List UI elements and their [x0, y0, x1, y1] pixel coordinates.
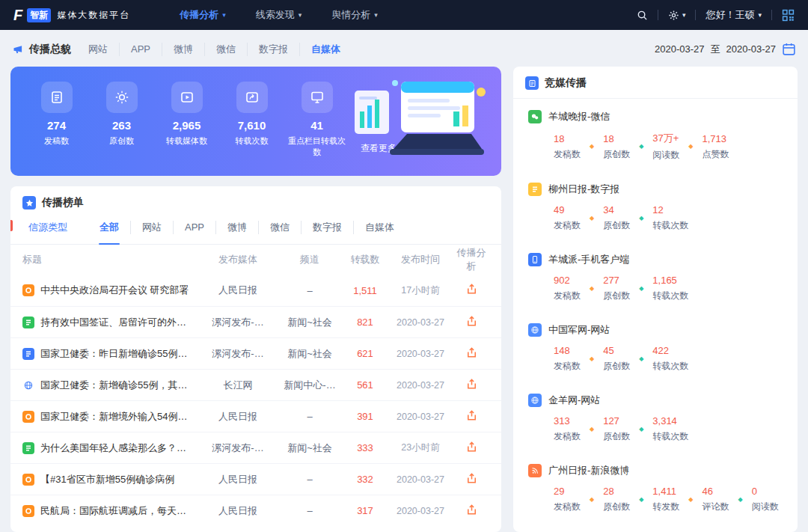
- stat-label: 阅读数: [752, 501, 779, 513]
- document-icon: [525, 76, 539, 90]
- navbar-right: ▾ 您好！王硕 ▾: [637, 8, 795, 22]
- diamond-icon: ◆: [639, 426, 643, 432]
- filter-tab[interactable]: APP: [173, 221, 215, 234]
- share-analysis-icon[interactable]: [465, 472, 478, 485]
- stat-value: 37万+: [652, 132, 679, 145]
- share-analysis-icon[interactable]: [465, 315, 478, 328]
- analysis-cell: [453, 472, 489, 487]
- diamond-icon: ◆: [639, 144, 643, 150]
- publish-time: 2020-03-27: [388, 506, 453, 516]
- stat-label: 原创数: [603, 148, 630, 161]
- nav-item[interactable]: 线索发现▾: [241, 0, 317, 30]
- diamond-icon: ◆: [639, 286, 643, 292]
- navbar-left: F 智新 媒体大数据平台 传播分析▾线索发现▾舆情分析▾: [13, 0, 393, 30]
- share-analysis-icon[interactable]: [465, 283, 478, 296]
- article-title[interactable]: 【#31省区市新增55例确诊病例: [40, 473, 174, 486]
- table-row: 国家卫健委：昨日新增确诊55例…漯河发布-…新闻~社会6212020-03-27: [10, 337, 501, 369]
- divider: [695, 10, 696, 20]
- stat-value: 18: [603, 133, 630, 144]
- banner-stat: 7,610转载次数: [219, 82, 284, 159]
- app-logo[interactable]: F 智新 媒体大数据平台: [13, 7, 130, 22]
- article-title[interactable]: 为什么美国年轻人感染那么多？…: [40, 441, 186, 455]
- table-row: 【#31省区市新增55例确诊病例人民日报–3322020-03-27: [10, 463, 501, 495]
- article-title[interactable]: 国家卫健委：新增境外输入54例…: [40, 410, 187, 424]
- competitor-name[interactable]: 羊城派-手机客户端: [548, 253, 629, 266]
- competitor-stats: 18发稿数◆18原创数◆37万+阅读数◆1,713点赞数: [554, 132, 783, 162]
- main-nav: 传播分析▾线索发现▾舆情分析▾: [165, 0, 393, 30]
- share-analysis-icon[interactable]: [465, 346, 478, 359]
- media-type-tab[interactable]: APP: [119, 43, 162, 56]
- blue-doc-icon: [22, 348, 34, 360]
- media-type-tab[interactable]: 微博: [162, 43, 204, 56]
- media-cell: 人民日报: [199, 504, 277, 518]
- filter-tab[interactable]: 微信: [258, 221, 301, 234]
- filter-tab[interactable]: 数字报: [301, 221, 353, 234]
- publish-time: 2020-03-27: [388, 317, 453, 328]
- logo-badge: 智新: [27, 8, 51, 22]
- stat-block: 313发稿数: [554, 415, 581, 443]
- col-repost-count: 转载数: [343, 253, 388, 266]
- col-title: 标题: [22, 253, 199, 266]
- diamond-icon: ◆: [639, 215, 643, 221]
- media-cell: 人民日报: [199, 473, 277, 486]
- publish-time: 2020-03-27: [388, 380, 453, 391]
- article-title[interactable]: 国家卫健委：新增确诊55例，其…: [40, 379, 187, 392]
- tab-overview-label: 传播总貌: [29, 43, 71, 56]
- article-title[interactable]: 国家卫健委：昨日新增确诊55例…: [40, 347, 187, 361]
- chevron-down-icon: ▾: [374, 12, 378, 19]
- settings-gear-icon[interactable]: ▾: [668, 10, 686, 21]
- share-analysis-icon[interactable]: [465, 409, 478, 422]
- media-type-tab[interactable]: 网站: [77, 43, 119, 56]
- competitor-name[interactable]: 中国军网-网站: [548, 323, 610, 337]
- tab-overview[interactable]: 传播总貌: [12, 43, 71, 56]
- article-title[interactable]: 中共中央政治局召开会议 研究部署: [40, 284, 189, 297]
- media-type-tab[interactable]: 数字报: [247, 43, 299, 56]
- megaphone-icon: [12, 43, 24, 55]
- competitor-card-header: 竞媒传播: [513, 67, 798, 99]
- share-analysis-icon[interactable]: [465, 378, 478, 391]
- article-title[interactable]: 持有效中国签证、居留许可的外…: [40, 316, 186, 329]
- competitor-item: 柳州日报-数字报49发稿数◆34原创数◆12转载次数: [513, 171, 798, 242]
- orange-circle-icon: [22, 411, 34, 423]
- article-title[interactable]: 民航局：国际航班调减后，每天…: [40, 504, 186, 518]
- top-navbar: F 智新 媒体大数据平台 传播分析▾线索发现▾舆情分析▾ ▾ 您好！王硕 ▾: [0, 0, 808, 30]
- stat-label: 转载次数: [652, 290, 688, 302]
- filter-tab[interactable]: 微博: [215, 221, 258, 234]
- user-greeting[interactable]: 您好！王硕 ▾: [706, 8, 762, 22]
- analysis-cell: [453, 346, 489, 361]
- share-analysis-icon[interactable]: [465, 441, 478, 453]
- diamond-icon: ◆: [590, 426, 594, 432]
- filter-tab[interactable]: 自媒体: [353, 221, 405, 234]
- media-type-tab[interactable]: 微信: [204, 43, 247, 56]
- calendar-icon[interactable]: [782, 42, 796, 56]
- search-icon[interactable]: [637, 10, 648, 21]
- date-separator: 至: [711, 43, 720, 56]
- nav-item[interactable]: 传播分析▾: [165, 0, 241, 30]
- date-from: 2020-03-27: [655, 43, 705, 55]
- stat-block: 422转载次数: [652, 345, 688, 373]
- filter-tab[interactable]: 全部: [88, 221, 130, 234]
- competitor-name[interactable]: 广州日报-新浪微博: [548, 464, 629, 477]
- table-row: 持有效中国签证、居留许可的外…漯河发布-…新闻~社会8212020-03-27: [10, 306, 501, 337]
- stat-value: 3,314: [652, 415, 688, 426]
- article-title-cell: 国家卫健委：新增确诊55例，其…: [22, 379, 199, 392]
- stat-value: 18: [554, 133, 581, 144]
- competitor-stats: 902发稿数◆277原创数◆1,165转载次数: [554, 275, 783, 302]
- flag-icon: [22, 196, 36, 210]
- diamond-icon: ◆: [590, 497, 594, 503]
- section-tabbar: 传播总貌 网站APP微博微信数字报自媒体 2020-03-27 至 2020-0…: [0, 30, 808, 67]
- media-type-tab[interactable]: 自媒体: [299, 43, 352, 56]
- date-range-picker[interactable]: 2020-03-27 至 2020-03-27: [655, 42, 796, 56]
- channel-cell: –: [277, 474, 343, 485]
- share-analysis-icon[interactable]: [465, 504, 478, 516]
- qr-code-icon[interactable]: [782, 9, 795, 22]
- competitor-name-row: 广州日报-新浪微博: [528, 464, 783, 477]
- stat-block: 45原创数: [603, 345, 630, 373]
- competitor-name[interactable]: 羊城晚报-微信: [548, 110, 610, 123]
- competitor-name[interactable]: 金羊网-网站: [548, 394, 600, 407]
- stat-label: 阅读数: [652, 149, 679, 162]
- mobile-icon: [528, 253, 542, 266]
- competitor-name[interactable]: 柳州日报-数字报: [548, 183, 619, 196]
- filter-tab[interactable]: 网站: [130, 221, 173, 234]
- nav-item[interactable]: 舆情分析▾: [316, 0, 393, 30]
